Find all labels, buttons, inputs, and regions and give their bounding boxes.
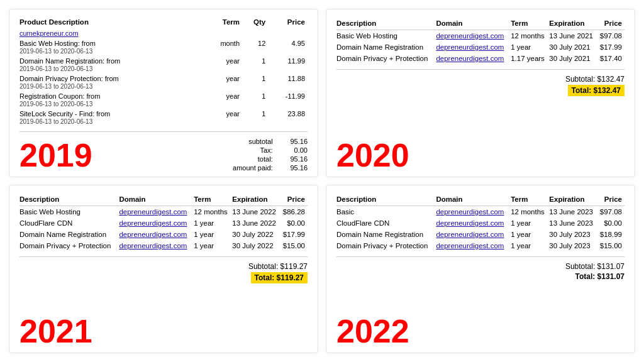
row-expiration: 13 June 2022	[232, 217, 281, 229]
row-domain: depreneurdigest.com	[436, 41, 511, 53]
table-row: Basic Web Hosting depreneurdigest.com 12…	[336, 30, 625, 42]
site-link-2019[interactable]: cumekpreneur.com	[19, 30, 79, 37]
table-row: Domain Privacy + Protection depreneurdig…	[336, 240, 625, 251]
row-price: $15.00	[598, 240, 625, 251]
row-term: 12 months	[194, 206, 232, 218]
row-domain: depreneurdigest.com	[436, 217, 511, 229]
row-term: 1 year	[511, 41, 549, 53]
panel-2021: Description Domain Term Expiration Price…	[9, 185, 318, 353]
row-domain: depreneurdigest.com	[436, 30, 511, 42]
col-price-2022: Price	[598, 194, 625, 206]
row-price: $18.99	[598, 229, 625, 240]
col-term-2022: Term	[511, 194, 549, 206]
col-product-desc: Product Description	[19, 17, 203, 28]
table-row: Registration Coupon: from2019-06-13 to 2…	[19, 91, 308, 109]
row-domain: depreneurdigest.com	[436, 206, 511, 218]
table-row: Domain Privacy + Protection depreneurdig…	[19, 240, 308, 251]
row-price: 11.88	[268, 74, 308, 91]
col-domain-2021: Domain	[119, 194, 194, 206]
row-desc: Basic Web Hosting	[19, 206, 119, 218]
row-term: 1 year	[511, 217, 549, 229]
panel-2022: Description Domain Term Expiration Price…	[326, 185, 635, 353]
year-2021: 2021	[19, 315, 92, 348]
row-desc: Domain Name Registration	[336, 41, 436, 53]
col-desc-2022: Description	[336, 194, 436, 206]
row-price: $17.40	[598, 53, 625, 64]
row-qty: 1	[242, 74, 268, 91]
col-desc-2021: Description	[19, 194, 119, 206]
col-exp-2021: Expiration	[232, 194, 281, 206]
table-2021: Description Domain Term Expiration Price…	[19, 194, 308, 251]
row-term: 1 year	[511, 229, 549, 240]
total-2021: Total: $119.27	[19, 272, 308, 283]
row-term: month	[203, 38, 242, 56]
total-2022: Total: $131.07	[336, 272, 625, 281]
col-price-2021: Price	[281, 194, 308, 206]
product-table-2019: Product Description Term Qty Price cumek…	[19, 17, 308, 126]
row-expiration: 13 June 2023	[549, 217, 598, 229]
table-row: Domain Privacy + Protection depreneurdig…	[336, 53, 625, 64]
row-price: -11.99	[268, 91, 308, 109]
row-desc: Domain Privacy Protection: from2019-06-1…	[19, 74, 203, 91]
table-row: CloudFlare CDN depreneurdigest.com 1 yea…	[19, 217, 308, 229]
year-2019: 2019	[19, 139, 92, 172]
row-qty: 1	[242, 56, 268, 74]
col-domain-2020: Domain	[436, 18, 511, 30]
subtotal-2022: Subtotal: $131.07	[336, 262, 625, 271]
col-exp-2020: Expiration	[549, 18, 598, 30]
year-2020: 2020	[336, 139, 409, 172]
row-price: $97.08	[598, 206, 625, 218]
row-price: $17.99	[598, 41, 625, 53]
col-term: Term	[203, 17, 242, 28]
row-desc: CloudFlare CDN	[19, 217, 119, 229]
row-price: $17.99	[281, 229, 308, 240]
row-expiration: 30 July 2023	[549, 240, 598, 251]
year-2022: 2022	[336, 315, 409, 348]
row-qty: 1	[242, 109, 268, 126]
row-term: year	[203, 74, 242, 91]
col-exp-2022: Expiration	[549, 194, 598, 206]
total-highlight-2021: Total: $119.27	[251, 272, 308, 283]
table-row: Domain Name Registration depreneurdigest…	[336, 229, 625, 240]
row-price: $15.00	[281, 240, 308, 251]
row-desc: Domain Privacy + Protection	[336, 240, 436, 251]
row-term: 1 year	[511, 240, 549, 251]
row-domain: depreneurdigest.com	[436, 240, 511, 251]
table-row: Domain Privacy Protection: from2019-06-1…	[19, 74, 308, 91]
col-qty: Qty	[242, 17, 268, 28]
row-term: 12 months	[511, 206, 549, 218]
row-expiration: 30 July 2021	[549, 53, 598, 64]
subtotal-2021: Subtotal: $119.27	[19, 262, 308, 271]
totals-2022: Subtotal: $131.07 Total: $131.07	[336, 262, 625, 281]
amount-paid-label: amount paid:	[192, 163, 273, 172]
row-term: 12 months	[511, 30, 549, 42]
row-domain: depreneurdigest.com	[119, 229, 194, 240]
row-desc: Domain Name Registration: from2019-06-13…	[19, 56, 203, 74]
row-term: 1 year	[194, 240, 232, 251]
row-term: year	[203, 56, 242, 74]
totals-2020: Subtotal: $132.47 Total: $132.47	[336, 75, 625, 96]
table-row: Domain Name Registration depreneurdigest…	[336, 41, 625, 53]
subtotal-2020: Subtotal: $132.47	[336, 75, 625, 84]
row-domain: depreneurdigest.com	[436, 229, 511, 240]
row-domain: depreneurdigest.com	[119, 206, 194, 218]
row-term: 1.17 years	[511, 53, 549, 64]
row-desc: Basic	[336, 206, 436, 218]
table-row: Basic depreneurdigest.com 12 months 13 J…	[336, 206, 625, 218]
total-value: 95.16	[273, 155, 308, 163]
row-price: $0.00	[281, 217, 308, 229]
table-row: Domain Name Registration depreneurdigest…	[19, 229, 308, 240]
row-desc: CloudFlare CDN	[336, 217, 436, 229]
table-row: Domain Name Registration: from2019-06-13…	[19, 56, 308, 74]
row-expiration: 30 July 2021	[549, 41, 598, 53]
row-qty: 12	[242, 38, 268, 56]
col-term-2021: Term	[194, 194, 232, 206]
totals-2021: Subtotal: $119.27 Total: $119.27	[19, 262, 308, 283]
total-highlight-2020: Total: $132.47	[568, 85, 625, 96]
amount-paid-value: 95.16	[273, 163, 308, 172]
row-desc: Domain Privacy + Protection	[336, 53, 436, 64]
table-2022: Description Domain Term Expiration Price…	[336, 194, 625, 251]
row-price: $0.00	[598, 217, 625, 229]
subtotal-label: subtotal	[192, 137, 273, 146]
row-price: 11.99	[268, 56, 308, 74]
